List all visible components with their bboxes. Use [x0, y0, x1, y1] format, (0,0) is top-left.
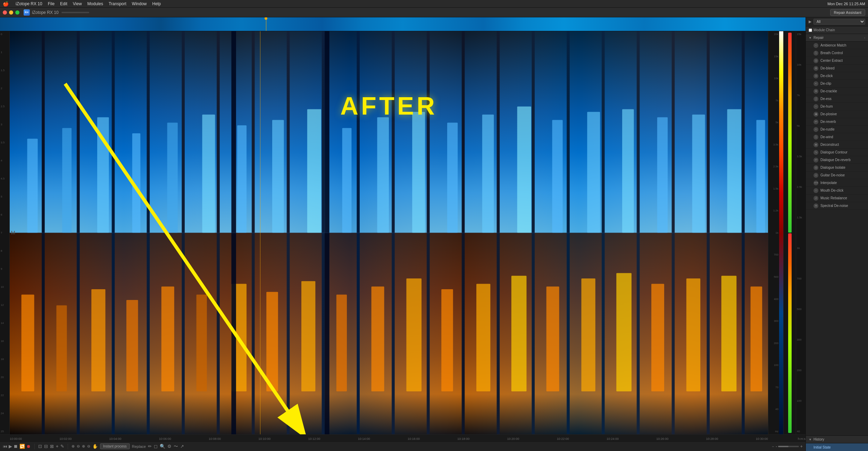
module-filter-select[interactable]: All Repair Restoration Music: [813, 19, 865, 25]
stop-button[interactable]: ⏹: [14, 444, 18, 449]
module-item-de-plosive[interactable]: ◉ De-plosive: [806, 110, 868, 118]
menu-modules[interactable]: Modules: [87, 1, 103, 6]
apple-menu[interactable]: 🍎: [3, 1, 9, 7]
instant-process-button[interactable]: Instant process: [100, 443, 130, 449]
separator: [34, 444, 35, 449]
history-initial-state[interactable]: Initial State: [806, 443, 868, 451]
eraser-tool[interactable]: ◻: [154, 444, 158, 449]
waveform-view[interactable]: 〜: [174, 443, 178, 450]
repair-section-header[interactable]: ▼ Repair ›: [806, 34, 868, 42]
zoom-fit-button[interactable]: ↔: [771, 444, 775, 449]
svg-rect-17: [412, 112, 425, 233]
zoom-out-freq[interactable]: ⊖: [87, 444, 90, 449]
close-button[interactable]: [3, 10, 7, 15]
freq-select-tool[interactable]: ⊠: [50, 444, 54, 449]
record-button[interactable]: ⏺: [26, 444, 31, 449]
app-name-label: iZotope RX 10: [32, 10, 59, 15]
module-item-breath-control[interactable]: ⤵ Breath Control: [806, 49, 868, 57]
de-click-label: De-click: [820, 74, 833, 78]
module-item-center-extract[interactable]: ◎ Center Extract: [806, 57, 868, 65]
module-item-spectral-de-noise[interactable]: ≋ Spectral De-noise: [806, 202, 868, 210]
module-item-guitar-de-noise[interactable]: ♫ Guitar De-noise: [806, 172, 868, 179]
lasso-tool[interactable]: ⌖: [56, 444, 58, 449]
svg-rect-8: [97, 117, 109, 233]
menu-edit[interactable]: Edit: [60, 1, 67, 6]
settings-tool[interactable]: ⚙: [167, 444, 172, 449]
maximize-button[interactable]: [15, 10, 19, 15]
guitar-de-noise-icon: ♫: [813, 173, 818, 178]
zoom-in-time[interactable]: ⊕: [72, 444, 75, 449]
overview-strip[interactable]: [0, 17, 806, 31]
module-item-dialogue-de-reverb[interactable]: ↩ Dialogue De-reverb: [806, 156, 868, 164]
svg-rect-44: [581, 278, 595, 391]
svg-rect-25: [692, 115, 705, 233]
module-item-de-clip[interactable]: ▪ De-clip: [806, 80, 868, 87]
deconstruct-icon: ◈: [813, 142, 818, 147]
dialogue-de-reverb-icon: ↩: [813, 158, 818, 162]
spectrogram-canvas[interactable]: M AFTER: [10, 31, 768, 434]
guitar-de-noise-label: Guitar De-noise: [820, 173, 845, 177]
module-item-ambience-match[interactable]: ~ Ambience Match: [806, 42, 868, 49]
menu-window[interactable]: Window: [132, 1, 147, 6]
app-logo: RX: [24, 9, 30, 16]
module-item-deconstruct[interactable]: ◈ Deconstruct: [806, 141, 868, 149]
play-button[interactable]: ▶: [9, 444, 12, 449]
de-bleed-icon: ⊗: [813, 66, 818, 71]
svg-rect-41: [476, 284, 490, 392]
module-item-mouth-de-click[interactable]: ○ Mouth De-click: [806, 187, 868, 194]
zoom-slider-minus[interactable]: -: [776, 444, 777, 449]
hand-tool[interactable]: ✋: [92, 444, 98, 449]
module-item-de-reverb[interactable]: ↩ De-reverb: [806, 118, 868, 126]
module-item-de-click[interactable]: ⊙ De-click: [806, 72, 868, 80]
loop-button[interactable]: 🔁: [19, 444, 25, 449]
module-item-de-hum[interactable]: ~ De-hum: [806, 103, 868, 110]
menu-app[interactable]: iZotope RX 10: [16, 1, 42, 6]
zoom-slider[interactable]: [778, 446, 799, 447]
repair-assistant-button[interactable]: Repair Assistant: [830, 9, 865, 16]
module-item-de-bleed[interactable]: ⊗ De-bleed: [806, 65, 868, 72]
waveform-area[interactable]: 0 1 1.5 2 2.5 3 3.5 4 4.5 5 6 7 8 9 10 1…: [0, 17, 806, 451]
repair-section[interactable]: ▼ Repair › ~ Ambience Match ⤵ Breath Con…: [806, 34, 868, 435]
right-panel: ▶ All Repair Restoration Music Module Ch…: [806, 17, 868, 451]
breath-control-label: Breath Control: [820, 51, 843, 55]
svg-rect-46: [651, 284, 664, 392]
module-item-music-rebalance[interactable]: ♬ Music Rebalance: [806, 194, 868, 202]
de-clip-icon: ▪: [813, 81, 818, 86]
magnify-tool[interactable]: 🔍: [160, 444, 165, 449]
interpolate-label: Interpolate: [820, 181, 837, 185]
module-item-de-rustle[interactable]: ≈ De-rustle: [806, 126, 868, 133]
module-item-de-ess[interactable]: ∫ De-ess: [806, 95, 868, 103]
svg-rect-14: [307, 109, 321, 233]
menu-help[interactable]: Help: [152, 1, 161, 6]
brush-tool[interactable]: ✎: [60, 444, 64, 449]
zoom-out-time[interactable]: ⊖: [77, 444, 80, 449]
module-item-interpolate[interactable]: ⟷ Interpolate: [806, 179, 868, 187]
minimize-button[interactable]: [9, 10, 13, 15]
svg-rect-23: [622, 109, 634, 233]
ambience-match-label: Ambience Match: [820, 43, 846, 47]
skip-back-button[interactable]: ⏮: [3, 444, 7, 449]
module-item-dialogue-contour[interactable]: ∿ Dialogue Contour: [806, 149, 868, 156]
module-chain-checkbox[interactable]: [809, 28, 812, 32]
time-select-tool[interactable]: ⊟: [44, 444, 48, 449]
module-item-de-crackle[interactable]: ≋ De-crackle: [806, 87, 868, 95]
repair-section-triangle: ▼: [809, 36, 812, 40]
module-item-dialogue-isolate[interactable]: ◎ Dialogue Isolate: [806, 164, 868, 172]
history-section-header[interactable]: ▼ History: [806, 436, 868, 443]
file-name: [61, 12, 89, 13]
menu-transport[interactable]: Transport: [109, 1, 126, 6]
arrow-tool[interactable]: ↗: [180, 444, 184, 449]
module-item-de-wind[interactable]: ⤵ De-wind: [806, 133, 868, 141]
replace-button[interactable]: Replace: [132, 444, 146, 449]
menubar: 🍎 iZotope RX 10 File Edit View Modules T…: [0, 0, 868, 8]
zoom-slider-plus[interactable]: +: [800, 444, 803, 449]
menu-file[interactable]: File: [48, 1, 55, 6]
svg-rect-21: [552, 120, 562, 233]
pencil-tool[interactable]: ✏: [148, 444, 152, 449]
menu-view[interactable]: View: [73, 1, 82, 6]
breath-control-icon: ⤵: [813, 51, 818, 56]
select-tool[interactable]: ⊡: [38, 444, 42, 449]
spectrogram-container[interactable]: 0 1 1.5 2 2.5 3 3.5 4 4.5 5 6 7 8 9 10 1…: [0, 31, 806, 434]
content-area: 0 1 1.5 2 2.5 3 3.5 4 4.5 5 6 7 8 9 10 1…: [0, 17, 868, 451]
zoom-in-freq[interactable]: ⊕: [82, 444, 85, 449]
